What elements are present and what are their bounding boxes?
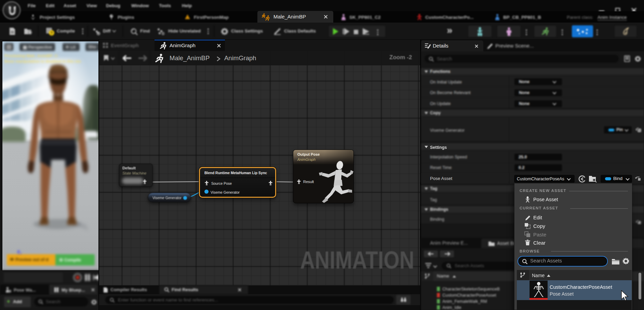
svg-text:?: ? [50,31,53,36]
